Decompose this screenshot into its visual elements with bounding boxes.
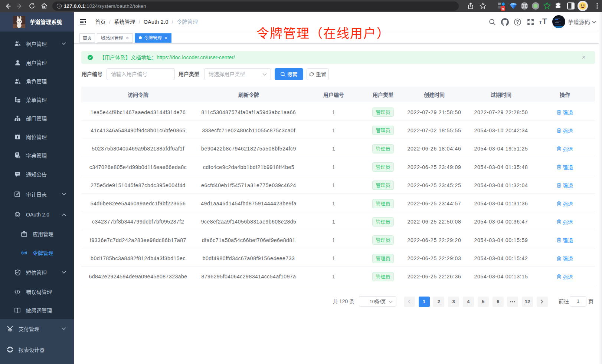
svg-text:9: 9: [502, 7, 504, 11]
svg-text:A: A: [23, 251, 25, 254]
